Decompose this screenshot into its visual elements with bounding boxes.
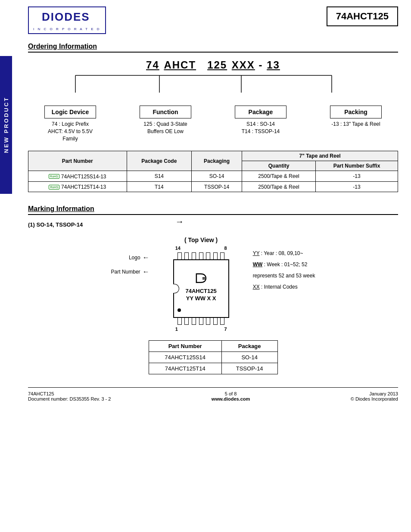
packing-box: Packing (330, 106, 382, 118)
xx-text: : Internal Codes (261, 284, 298, 290)
pin-1: 1 (175, 327, 178, 332)
col-package-code-header: Package Code (127, 151, 192, 171)
row1-packaging: SO-14 (192, 171, 242, 182)
table-row: 74AHCT125T14 TSSOP-14 (149, 363, 277, 374)
packing-col: Packing -13 : 13" Tape & Reel (316, 106, 396, 142)
col-quantity-header: Quantity (242, 161, 316, 171)
marking-row1-part: 74AHCT125S14 (149, 352, 221, 363)
pin-top-5 (206, 252, 210, 259)
table-row: RoHS 74AHCT125S14-13 S14 SO-14 2500/Tape… (28, 171, 398, 182)
col-tape-reel-header: 7" Tape and Reel (242, 151, 398, 161)
arrow-part-number: ← (143, 268, 149, 276)
svg-text:DIODES: DIODES (42, 10, 90, 23)
logic-device-box: Logic Device (44, 106, 96, 118)
footer-doc-number: Document number: DS35355 Rev. 3 - 2 (28, 396, 111, 401)
diagram-boxes-row: Logic Device 74 : Logic PrefixAHCT: 4.5V… (30, 106, 396, 142)
pin-7: 7 (224, 327, 227, 332)
ic-diagram-wrapper: Logo ← Part Number ← ( Top View ) 14 8 (28, 236, 398, 332)
so14-label: (1) SO-14, TSSOP-14 (28, 221, 398, 228)
row2-packaging: TSSOP-14 (192, 181, 242, 192)
logo-box: DIODES I N C O R P O R A T E D (28, 6, 106, 34)
part-code-display: 74 AHCT 125 XXX - 13 (146, 59, 280, 71)
ww-text: : Week : 01~52; 52 (264, 261, 308, 268)
pin-bot-7 (220, 318, 224, 325)
ww-note: represents 52 and 53 week (253, 272, 315, 280)
yy-underline: YY (253, 250, 260, 256)
ic-dot (177, 308, 181, 312)
row1-package-code: S14 (127, 171, 192, 182)
logo-label-text: Logo (129, 255, 140, 261)
pin-top-6 (213, 252, 218, 259)
yy-text: : Year : 08, 09,10~ (261, 250, 303, 256)
top-pins (176, 252, 226, 259)
part-code-ahct: AHCT (164, 59, 196, 71)
logic-device-desc: 74 : Logic PrefixAHCT: 4.5V to 5.5VFamil… (48, 121, 93, 142)
pin-bot-4 (199, 318, 203, 325)
yy-label: YY : Year : 08, 09,10~ (253, 249, 315, 257)
row2-suffix: -13 (315, 181, 398, 192)
col-part-number-header: Part Number (28, 151, 127, 171)
ic-left-labels: Logo ← Part Number ← (111, 236, 149, 276)
pin-bot-2 (184, 318, 189, 325)
rohs-icon-2: RoHS (49, 185, 59, 190)
ic-top-numbers: 14 8 (175, 246, 227, 251)
part-code-dash: - (259, 59, 267, 71)
table-row: 74AHCT125S14 SO-14 (149, 352, 277, 363)
pin-top-2 (184, 252, 189, 259)
pin-top-1 (177, 252, 182, 259)
ic-right-labels: YY : Year : 08, 09,10~ WW : Week : 01~52… (253, 236, 315, 291)
ordering-title: Ordering Information (28, 43, 398, 50)
row1-suffix: -13 (315, 171, 398, 182)
ordering-section-header: Ordering Information (28, 43, 398, 53)
package-col: Package S14 : SO-14T14 : TSSOP-14 (221, 106, 301, 142)
footer-date: January 2013 (351, 391, 398, 396)
arrow-logo: ← (143, 254, 149, 261)
function-desc: 125 : Quad 3-StateBuffers OE Low (143, 121, 187, 135)
col-packaging-header: Packaging (192, 151, 242, 171)
function-col: Function 125 : Quad 3-StateBuffers OE Lo… (125, 106, 206, 142)
marking-row2-part: 74AHCT125T14 (149, 363, 221, 374)
ww-underline: WW (253, 261, 263, 268)
pin-top-3 (192, 252, 196, 259)
marking-table: Part Number Package 74AHCT125S14 SO-14 7… (149, 340, 278, 374)
marking-section: Marking Information (1) SO-14, TSSOP-14 … (28, 205, 398, 374)
packing-desc: -13 : 13" Tape & Reel (331, 121, 380, 128)
footer-copy: © Diodes Incorporated (351, 396, 398, 401)
top-view-label: ( Top View ) (184, 236, 218, 243)
row1-quantity: 2500/Tape & Reel (242, 171, 316, 182)
part-code-74: 74 (146, 59, 159, 71)
ic-part-text-line1: 74AHCT125 (185, 288, 216, 295)
logo-label-row: Logo ← (129, 254, 149, 261)
footer: 74AHCT125 Document number: DS35355 Rev. … (28, 387, 398, 401)
bottom-pins (176, 318, 226, 325)
header-part-number: 74AHCT125 (327, 6, 398, 26)
table-row: RoHS 74AHCT125T14-13 T14 TSSOP-14 2500/T… (28, 181, 398, 192)
ordering-table: Part Number Package Code Packaging 7" Ta… (28, 151, 398, 192)
row2-part-number: RoHS 74AHCT125T14-13 (28, 181, 127, 192)
footer-center: 5 of 8 www.diodes.com (212, 391, 250, 401)
header: DIODES I N C O R P O R A T E D 74AHCT125 (28, 6, 398, 34)
footer-right: January 2013 © Diodes Incorporated (351, 391, 398, 401)
side-banner: NEW PRODUCT (0, 56, 12, 194)
part-number-label-row: Part Number ← (111, 268, 149, 276)
marking-row2-package: TSSOP-14 (221, 363, 277, 374)
pin-bot-1 (177, 318, 182, 325)
diodes-logo-svg: DIODES (41, 9, 93, 25)
package-desc: S14 : SO-14T14 : TSSOP-14 (242, 121, 280, 135)
pin-top-4 (199, 252, 203, 259)
footer-left: 74AHCT125 Document number: DS35355 Rev. … (28, 391, 111, 401)
function-box: Function (140, 106, 191, 118)
pin-14: 14 (175, 246, 181, 251)
footer-page: 5 of 8 (212, 391, 250, 396)
xx-label: XX : Internal Codes (253, 283, 315, 291)
ic-inner-text: 74AHCT125 YY WW X X (185, 272, 216, 302)
part-number-label-text: Part Number (111, 269, 140, 275)
diagram-lines (30, 73, 396, 108)
marking-table-package-header: Package (221, 341, 277, 352)
row2-package-code: T14 (127, 181, 192, 192)
ww-label: WW : Week : 01~52; 52 (253, 261, 315, 268)
marking-title: Marking Information (28, 205, 398, 213)
ic-bottom-numbers: 1 7 (175, 327, 227, 332)
rohs-icon-1: RoHS (49, 174, 59, 179)
marking-table-part-header: Part Number (149, 341, 221, 352)
